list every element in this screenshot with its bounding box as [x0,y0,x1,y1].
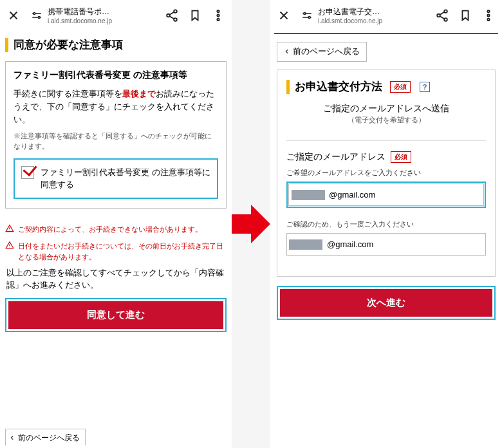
section-heading-text: お申込書交付方法 [295,79,382,94]
browser-topbar: 携帯電話番号ポ… i.ald.smt.docomo.ne.jp [0,0,232,31]
warning-1: ご契約内容によって、お手続きできない場合があります。 [5,224,227,236]
svg-point-6 [217,14,219,16]
svg-point-10 [304,13,306,15]
screen-consent: 携帯電話番号ポ… i.ald.smt.docomo.ne.jp 同意が必要な注意… [0,0,232,448]
page-url: i.ald.smt.docomo.ne.jp [318,17,382,24]
svg-point-16 [487,14,489,16]
site-settings-icon[interactable] [30,8,44,23]
more-icon[interactable] [481,8,496,23]
footer-note: 以上のご注意を確認してすべてチェックしてから「内容確認」へお進みください。 [6,267,225,292]
site-settings-icon[interactable] [300,8,314,23]
bookmark-icon[interactable] [458,8,472,23]
section-heading-text: 同意が必要な注意事項 [14,37,123,52]
email-section-title: ご指定のメールアドレス 必須 [286,151,486,163]
email-input-2-wrap [286,233,486,256]
bookmark-icon[interactable] [188,8,202,23]
screen-delivery-method: お申込書電子交… i.ald.smt.docomo.ne.jp 前のページへ戻る [270,0,502,448]
notice-card: ファミリー割引代表番号変更 の注意事項等 手続きに関する注意事項等を最後までお読… [5,61,227,209]
next-button[interactable]: 次へ進む [277,286,496,320]
accent-bar [286,80,290,94]
delivery-method-sub: （電子交付を希望する） [286,116,486,125]
svg-point-17 [487,19,489,21]
redacted-mask [292,190,325,200]
delivery-method-card: お申込書交付方法 必須 ? ご指定のメールアドレスへ送信 （電子交付を希望する）… [277,70,496,277]
section-heading: 同意が必要な注意事項 [5,37,227,52]
more-icon[interactable] [211,8,225,23]
help-icon[interactable]: ? [420,82,430,92]
divider [286,140,486,141]
warning-icon [5,241,14,253]
svg-point-9 [10,247,10,247]
warning-2: 日付をまたいだお手続きについては、その前日がお手続き完了日となる場合があります。 [5,241,227,262]
close-icon[interactable] [6,8,21,23]
close-icon[interactable] [277,8,291,23]
share-icon[interactable] [435,8,449,23]
delivery-method-value: ご指定のメールアドレスへ送信 [286,103,486,115]
required-badge: 必須 [391,151,411,163]
browser-topbar: お申込書電子交… i.ald.smt.docomo.ne.jp [270,0,502,31]
back-button[interactable]: 前のページへ戻る [277,42,367,62]
accent-bar [5,38,8,52]
notice-body: 手続きに関する注意事項等を最後までお読みになったうえで、下の「同意する」にチェッ… [14,88,218,126]
section-heading: お申込書交付方法 必須 ? [286,79,486,94]
back-button-partial[interactable]: 前のページへ戻る [5,429,86,445]
consent-checkbox-label: ファミリー割引代表番号変更 の注意事項等に同意する [41,166,210,191]
svg-point-7 [217,19,219,21]
consent-checkbox-row[interactable]: ファミリー割引代表番号変更 の注意事項等に同意する [14,158,218,199]
page-url: i.ald.smt.docomo.ne.jp [48,17,112,24]
email-input-1-wrap [286,182,486,208]
svg-point-5 [217,10,219,12]
svg-point-11 [308,17,310,19]
share-icon[interactable] [165,8,179,23]
warning-icon [5,224,14,236]
svg-point-0 [33,13,35,15]
checkbox-checked-icon[interactable] [21,166,34,179]
svg-point-15 [487,10,489,12]
email-hint-1: ご希望のメールアドレスをご入力ください [286,168,486,178]
email-hint-2: ご確認のため、もう一度ご入力ください [286,219,486,229]
chevron-left-icon [9,434,15,443]
page-title: お申込書電子交… [318,6,382,17]
svg-point-1 [38,17,40,19]
consent-proceed-button[interactable]: 同意して進む [5,298,227,332]
redacted-mask [289,239,322,250]
notice-subnote: ※注意事項等を確認すると「同意する」へのチェックが可能になります。 [14,131,218,152]
page-title: 携帯電話番号ポ… [48,6,112,17]
flow-arrow-icon [232,201,270,247]
chevron-left-icon [284,48,290,57]
required-badge: 必須 [390,81,411,93]
notice-card-title: ファミリー割引代表番号変更 の注意事項等 [14,70,218,81]
svg-point-8 [10,230,10,230]
